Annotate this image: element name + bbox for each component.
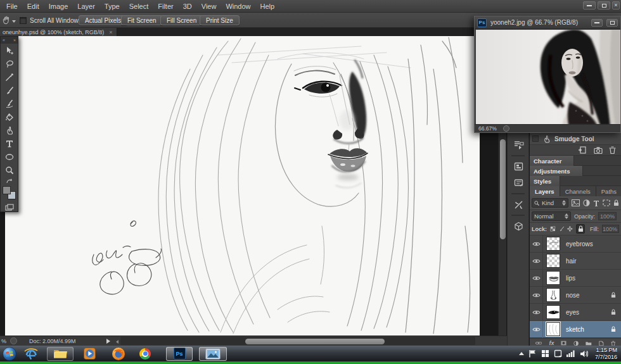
layer-comps-panel-icon[interactable]	[508, 137, 530, 153]
reference-maximize-button[interactable]	[606, 19, 618, 27]
canvas-horizontal-scrollbar[interactable]	[120, 337, 475, 345]
delete-preset-icon[interactable]	[609, 146, 616, 154]
layer-thumbnail[interactable]	[546, 237, 560, 251]
reference-zoom-readout[interactable]: 66.67%	[478, 125, 497, 132]
ellipse-tool[interactable]	[1, 150, 18, 163]
lock-position-icon[interactable]	[567, 225, 573, 232]
actual-pixels-button[interactable]: Actual Pixels	[79, 15, 127, 25]
layer-row-eyes[interactable]: eyes	[530, 304, 621, 321]
move-tool[interactable]	[1, 44, 18, 57]
taskbar-explorer[interactable]	[47, 347, 74, 361]
tray-network-icon[interactable]	[567, 350, 575, 357]
menu-edit[interactable]: Edit	[27, 3, 39, 10]
menu-3d[interactable]: 3D	[183, 3, 192, 10]
zoom-tool[interactable]	[1, 163, 18, 177]
reference-window-titlebar[interactable]: Ps yooneh2.jpg @ 66.7% (RGB/8)	[475, 16, 620, 29]
preset-checkbox[interactable]	[532, 135, 539, 142]
fill-value[interactable]: 100%	[602, 225, 619, 233]
blend-mode-select[interactable]: Normal	[532, 211, 571, 221]
layer-name[interactable]: eyebrows	[566, 241, 621, 248]
filter-smart-objects-icon[interactable]	[613, 199, 619, 206]
visibility-toggle[interactable]	[530, 270, 543, 287]
menu-window[interactable]: Window	[226, 3, 250, 10]
hand-tool-icon[interactable]	[2, 16, 11, 25]
rotate-view-icon[interactable]	[1, 177, 18, 185]
taskbar-photoshop[interactable]: Ps	[166, 347, 193, 361]
menu-filter[interactable]: Filter	[158, 3, 173, 10]
reference-minimize-button[interactable]	[591, 19, 603, 27]
reference-photo[interactable]	[476, 30, 620, 125]
layer-name[interactable]: nose	[566, 292, 611, 299]
foreground-color-swatch[interactable]	[3, 186, 11, 194]
layer-thumbnail[interactable]	[546, 305, 560, 319]
tray-windows-update-icon[interactable]	[541, 349, 549, 358]
lasso-tool[interactable]	[1, 57, 18, 70]
styles-panel-tab[interactable]: Styles	[530, 176, 560, 186]
tools-close-icon[interactable]: ×	[13, 38, 16, 42]
minimize-button[interactable]	[583, 1, 596, 9]
link-layers-icon[interactable]	[535, 341, 542, 346]
layer-name[interactable]: sketch	[566, 326, 611, 333]
menu-file[interactable]: File	[6, 3, 18, 10]
tray-clock[interactable]: 1:15 PM 7/7/2016	[592, 347, 617, 360]
canvas-horizontal-scrollbar-thumb[interactable]	[245, 339, 385, 344]
close-button[interactable]: ×	[612, 1, 620, 9]
layer-row-hair[interactable]: hair	[530, 253, 621, 270]
character-panel-tab[interactable]: Character	[530, 156, 574, 166]
zoom-percent-readout[interactable]: %	[1, 338, 6, 344]
visibility-toggle[interactable]	[530, 321, 543, 338]
fit-screen-button[interactable]: Fit Screen	[121, 15, 163, 25]
notes-panel-icon[interactable]	[508, 175, 530, 191]
visibility-toggle[interactable]	[530, 235, 543, 253]
3d-panel-icon[interactable]	[508, 218, 530, 234]
canvas-vertical-scrollbar-thumb[interactable]	[500, 139, 506, 239]
hscroll-left-arrow-icon[interactable]	[116, 340, 118, 344]
menu-image[interactable]: Image	[49, 3, 68, 10]
layer-thumbnail[interactable]	[546, 271, 560, 285]
status-options-arrow-icon[interactable]	[106, 339, 110, 344]
menu-help[interactable]: Help	[260, 3, 275, 10]
layer-row-eyebrows[interactable]: eyebrows	[530, 235, 621, 253]
visibility-toggle[interactable]	[530, 253, 543, 270]
menu-view[interactable]: View	[202, 3, 217, 10]
tray-show-hidden-icon[interactable]	[519, 352, 524, 355]
document-tab[interactable]: oneunhye.psd @ 100% (sketch, RGB/8) ×	[0, 28, 117, 36]
lock-all-button[interactable]	[576, 224, 585, 234]
layer-row-nose[interactable]: nose	[530, 287, 621, 304]
opacity-value[interactable]: 100%	[598, 212, 617, 220]
menu-type[interactable]: Type	[105, 3, 120, 10]
layer-name[interactable]: lips	[566, 275, 621, 282]
start-button[interactable]	[1, 347, 18, 361]
smudge-tool[interactable]	[1, 123, 18, 137]
tool-preset-caret-icon[interactable]	[12, 20, 16, 23]
visibility-toggle[interactable]	[530, 304, 543, 321]
filter-adjustment-layers-icon[interactable]	[583, 199, 590, 206]
tab-layers[interactable]: Layers	[530, 186, 560, 196]
taskbar-photo-viewer[interactable]	[199, 347, 227, 361]
layer-row-sketch[interactable]: sketch	[530, 321, 621, 338]
filter-type-layers-icon[interactable]	[593, 200, 599, 206]
menu-layer[interactable]: Layer	[77, 3, 95, 10]
eyedropper-tool[interactable]	[1, 70, 18, 84]
layer-thumbnail[interactable]	[546, 322, 560, 336]
visibility-toggle[interactable]	[530, 287, 543, 304]
canvas-vertical-scrollbar[interactable]	[498, 133, 506, 336]
filter-kind-select[interactable]: Kind	[532, 198, 568, 208]
filter-pixel-layers-icon[interactable]	[572, 199, 580, 206]
swatches-panel-icon[interactable]	[508, 158, 530, 175]
taskbar-firefox[interactable]	[110, 347, 127, 361]
paint-bucket-tool[interactable]	[1, 110, 18, 123]
canvas[interactable]	[5, 36, 480, 336]
layer-name[interactable]: eyes	[566, 309, 611, 316]
taskbar-chrome[interactable]	[137, 347, 153, 361]
taskbar-internet-explorer[interactable]	[23, 347, 39, 361]
type-tool[interactable]	[1, 137, 18, 150]
menu-select[interactable]: Select	[129, 3, 149, 10]
document-tab-close-icon[interactable]: ×	[109, 29, 112, 35]
layer-name[interactable]: hair	[566, 258, 621, 265]
screen-mode-button[interactable]	[1, 202, 18, 213]
layer-thumbnail[interactable]	[546, 288, 560, 302]
tray-action-flag-icon[interactable]	[528, 349, 537, 358]
color-swatches[interactable]	[1, 185, 18, 202]
tray-volume-icon[interactable]	[580, 350, 588, 358]
